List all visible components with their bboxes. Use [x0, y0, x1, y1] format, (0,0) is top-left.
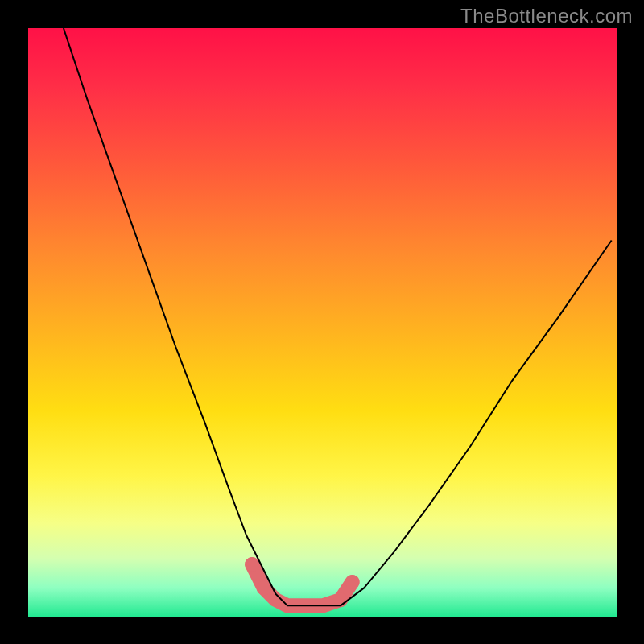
- optimal-band-cap: [257, 580, 271, 595]
- chart-frame: TheBottleneck.com: [0, 0, 644, 644]
- optimal-band-cap: [345, 575, 360, 589]
- curve-layer: [28, 28, 617, 617]
- bottleneck-curve-path: [64, 28, 612, 605]
- bottleneck-curve-line: [64, 28, 612, 605]
- optimal-band-highlight: [245, 557, 359, 607]
- optimal-band-cap: [245, 557, 259, 572]
- watermark-text: TheBottleneck.com: [460, 5, 633, 27]
